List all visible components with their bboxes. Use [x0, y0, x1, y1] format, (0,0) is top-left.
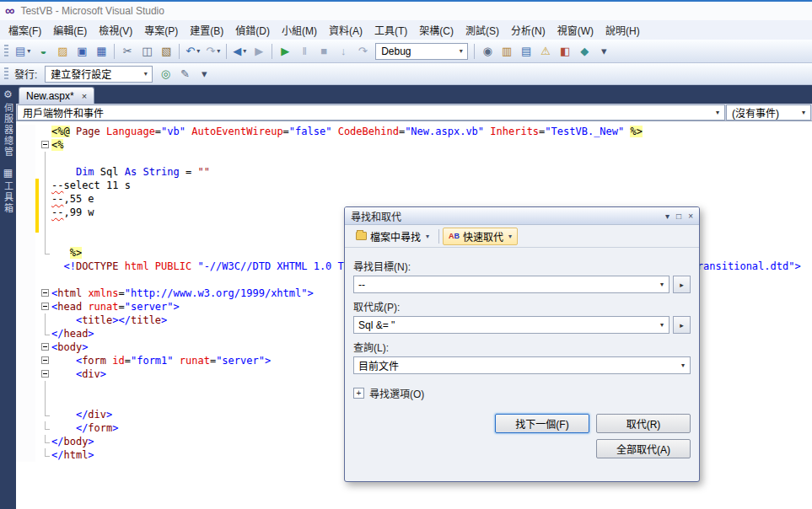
chevron-down-icon[interactable]: ▾: [655, 321, 669, 329]
properties-window-button[interactable]: ▤: [517, 42, 535, 61]
open-file-button[interactable]: ▨: [53, 42, 72, 61]
error-list-button[interactable]: ⚠: [536, 42, 555, 61]
outlining-margin[interactable]: [39, 138, 51, 152]
menu-item[interactable]: 小組(M): [276, 20, 323, 40]
sidebar-tab-toolbox[interactable]: ▦工具箱: [2, 163, 15, 220]
toolbox-tool-button[interactable]: ◧: [556, 42, 574, 61]
menu-item[interactable]: 編輯(E): [47, 20, 93, 40]
code-line[interactable]: <%@ Page Language="vb" AutoEventWireup="…: [16, 125, 812, 138]
menu-item[interactable]: 建置(B): [184, 20, 229, 40]
breakpoint-margin[interactable]: [16, 125, 35, 138]
chevron-down-icon[interactable]: ▾: [508, 233, 512, 240]
toolbar-overflow-button[interactable]: ▾: [594, 42, 613, 61]
breakpoint-margin[interactable]: [16, 421, 35, 435]
collapse-box-icon[interactable]: [41, 141, 49, 148]
chevron-down-icon[interactable]: ▾: [711, 109, 724, 116]
breakpoint-margin[interactable]: [16, 448, 35, 462]
outlining-margin[interactable]: [39, 354, 51, 367]
chevron-down-icon[interactable]: ▾: [797, 109, 810, 116]
navigate-forward-button[interactable]: ▶: [250, 42, 268, 61]
replace-with-combobox[interactable]: Sql &= " ▾: [353, 316, 669, 334]
breakpoint-margin[interactable]: [16, 206, 35, 219]
chevron-down-icon[interactable]: ▾: [139, 70, 152, 78]
title-bar[interactable]: ∞ TestVB - Microsoft Visual Studio: [0, 2, 812, 20]
copy-button[interactable]: ◫: [137, 42, 156, 61]
breakpoint-margin[interactable]: [16, 327, 35, 340]
chevron-down-icon[interactable]: ▾: [426, 233, 429, 240]
breakpoint-margin[interactable]: [16, 435, 35, 448]
menu-item[interactable]: 專案(P): [138, 20, 184, 40]
menu-item[interactable]: 偵錯(D): [229, 20, 276, 40]
chevron-down-icon[interactable]: ▾: [217, 47, 220, 55]
events-dropdown[interactable]: (沒有事件) ▾: [726, 104, 811, 121]
collapse-box-icon[interactable]: [41, 289, 49, 297]
chevron-down-icon[interactable]: ▾: [676, 362, 690, 369]
menu-item[interactable]: 檔案(F): [3, 20, 47, 40]
new-project-button[interactable]: ▤▾: [13, 42, 33, 61]
solution-explorer-button[interactable]: ▥: [497, 42, 516, 61]
code-line[interactable]: --,55 e: [16, 192, 812, 206]
menu-item[interactable]: 工具(T): [368, 20, 413, 40]
breakpoint-margin[interactable]: [16, 219, 35, 233]
breakpoint-margin[interactable]: [16, 394, 35, 408]
dialog-close-icon[interactable]: ×: [688, 212, 693, 221]
start-debug-button[interactable]: ▶: [276, 42, 294, 61]
replace-all-button[interactable]: 全部取代(A): [596, 439, 691, 458]
breakpoint-margin[interactable]: [16, 273, 35, 287]
publish-button[interactable]: ◎: [156, 65, 175, 83]
find-next-button[interactable]: 找下一個(F): [495, 414, 589, 433]
replace-expression-button[interactable]: ▸: [673, 316, 691, 334]
debug-target-combo[interactable]: Debug▾: [375, 43, 468, 60]
menu-item[interactable]: 測試(S): [460, 20, 505, 40]
collapse-box-icon[interactable]: [41, 303, 49, 310]
find-in-files-toolbar-button[interactable]: ◉: [478, 42, 497, 61]
step-into-button[interactable]: ↓: [334, 42, 352, 61]
breakpoint-margin[interactable]: [16, 165, 35, 179]
chevron-down-icon[interactable]: ▾: [27, 47, 30, 55]
breakpoint-margin[interactable]: [16, 313, 35, 327]
menu-item[interactable]: 檢視(V): [93, 20, 138, 40]
save-all-button[interactable]: ▦: [92, 42, 110, 61]
chevron-down-icon[interactable]: ▾: [655, 281, 669, 288]
breakpoint-margin[interactable]: [16, 408, 35, 421]
breakpoint-margin[interactable]: [16, 354, 35, 367]
breakpoint-margin[interactable]: [16, 246, 35, 260]
open-web-button[interactable]: ◒: [34, 42, 52, 61]
cut-button[interactable]: ✂: [118, 42, 137, 61]
code-line[interactable]: --select 11 s: [16, 179, 812, 192]
breakpoint-margin[interactable]: [16, 340, 35, 354]
dialog-float-icon[interactable]: □: [676, 212, 681, 221]
outlining-margin[interactable]: [39, 367, 51, 381]
tab-close-icon[interactable]: ×: [82, 91, 87, 101]
dialog-title-bar[interactable]: 尋找和取代 ▾ □ ×: [345, 207, 699, 225]
code-line[interactable]: [16, 152, 812, 165]
publish-profile-combo[interactable]: 建立發行設定▾: [45, 66, 153, 83]
paste-button[interactable]: ▧: [157, 42, 175, 61]
chevron-down-icon[interactable]: ▾: [243, 47, 246, 55]
breakpoint-margin[interactable]: [16, 233, 35, 246]
step-over-button[interactable]: ↷: [353, 42, 372, 61]
publish-overflow-button[interactable]: ▾: [195, 65, 213, 83]
menu-item[interactable]: 視窗(W): [551, 20, 600, 40]
menu-item[interactable]: 資料(A): [323, 20, 368, 40]
navigate-back-button[interactable]: ◀▾: [230, 42, 249, 61]
toolbar-grip[interactable]: [4, 67, 8, 81]
code-line[interactable]: Dim Sql As String = "": [16, 165, 812, 179]
breakpoint-margin[interactable]: [16, 260, 35, 273]
collapse-box-icon[interactable]: [41, 370, 49, 378]
breakpoint-margin[interactable]: [16, 179, 35, 192]
breakpoint-margin[interactable]: [16, 192, 35, 206]
breakpoint-margin[interactable]: [16, 381, 35, 394]
breakpoint-margin[interactable]: [16, 138, 35, 152]
publish-settings-button[interactable]: ✎: [175, 65, 194, 83]
outlining-margin[interactable]: [39, 300, 51, 313]
replace-button[interactable]: 取代(R): [596, 414, 691, 433]
quick-replace-button[interactable]: AB 快速取代 ▾: [443, 228, 518, 245]
breakpoint-margin[interactable]: [16, 367, 35, 381]
redo-button[interactable]: ↷▾: [203, 42, 223, 61]
save-button[interactable]: ▣: [73, 42, 91, 61]
find-options-expander[interactable]: +: [353, 388, 364, 399]
menu-item[interactable]: 說明(H): [600, 20, 646, 40]
chevron-down-icon[interactable]: ▾: [196, 47, 200, 55]
objects-dropdown[interactable]: 用戶端物件和事件 ▾: [17, 104, 725, 121]
